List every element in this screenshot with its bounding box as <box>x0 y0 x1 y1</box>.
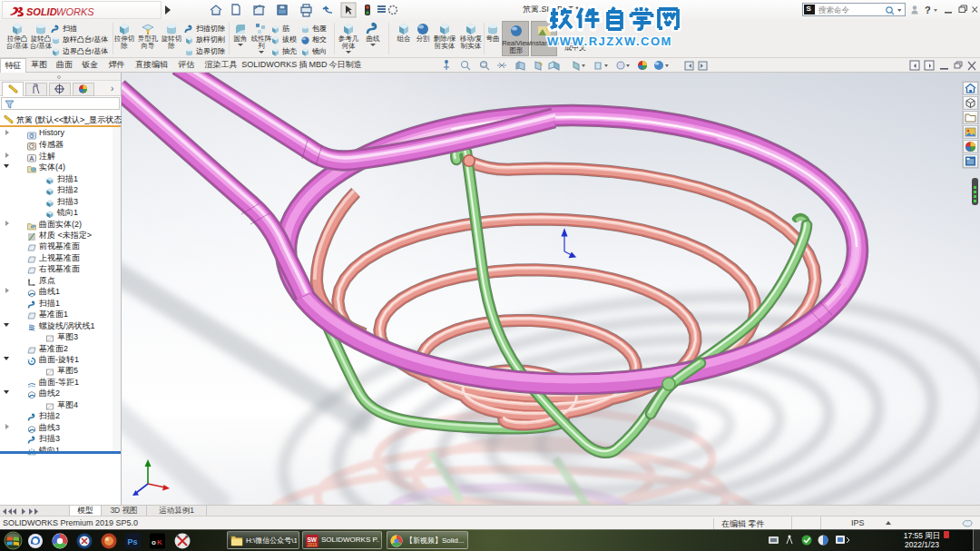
svg-text:SOLID: SOLID <box>26 6 57 17</box>
svg-text:WORKS: WORKS <box>56 6 94 17</box>
svg-text:?: ? <box>925 5 931 15</box>
svg-text:SW: SW <box>308 536 318 543</box>
svg-text:K: K <box>157 538 162 546</box>
svg-text:Ps: Ps <box>128 537 138 546</box>
svg-text:o: o <box>152 538 156 546</box>
svg-text:WWW.RJZXW.COM: WWW.RJZXW.COM <box>547 34 672 48</box>
svg-text:2019: 2019 <box>308 543 318 547</box>
